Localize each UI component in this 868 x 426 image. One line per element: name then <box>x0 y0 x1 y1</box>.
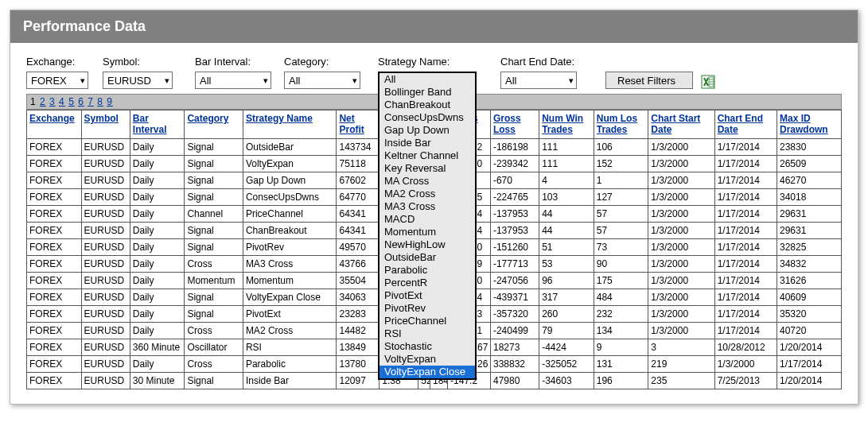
page-link[interactable]: 8 <box>97 96 103 107</box>
strategy-option[interactable]: PivotExt <box>380 289 475 302</box>
cell: 1/3/2000 <box>648 256 714 273</box>
cell: Daily <box>130 189 185 206</box>
cell: Signal <box>185 156 243 172</box>
strategy-dropdown[interactable]: AllBollinger BandChanBreakoutConsecUpsDw… <box>378 72 477 380</box>
reset-filters-button[interactable]: Reset Filters <box>605 72 693 89</box>
strategy-option[interactable]: All <box>380 73 475 86</box>
cell: 1/17/2014 <box>714 323 777 339</box>
page-link[interactable]: 5 <box>68 96 75 107</box>
cell: Daily <box>130 273 185 289</box>
col-header[interactable]: Symbol <box>81 110 130 139</box>
cell: Daily <box>130 289 185 306</box>
cell: 1/17/2014 <box>714 306 777 323</box>
page-link[interactable]: 7 <box>88 96 94 107</box>
strategy-option[interactable]: Key Reversal <box>380 162 475 175</box>
cell: FOREX <box>27 289 82 306</box>
strategy-option[interactable]: PriceChannel <box>380 315 475 327</box>
strategy-option[interactable]: PercentR <box>380 277 475 289</box>
cell: EURUSD <box>81 206 130 223</box>
strategy-option[interactable]: VoltyExpan Close <box>380 366 475 378</box>
col-header[interactable]: Net Profit <box>337 110 380 139</box>
strategy-option[interactable]: MA2 Cross <box>380 188 475 200</box>
strategy-option[interactable]: VoltyExpan <box>380 353 475 366</box>
strategy-option[interactable]: PivotRev <box>380 302 475 315</box>
exchange-select[interactable]: FOREX ▾ <box>26 72 88 89</box>
cell: EURUSD <box>81 256 130 273</box>
col-header[interactable]: Chart End Date <box>714 110 777 139</box>
cell: VoltyExpan Close <box>243 289 337 306</box>
col-header[interactable]: Max ID Drawdown <box>777 110 842 139</box>
cell: FOREX <box>27 189 82 206</box>
cell: 64770 <box>337 189 380 206</box>
chevron-down-icon: ▾ <box>165 76 169 86</box>
col-header[interactable]: Num Los Trades <box>594 110 648 139</box>
col-header[interactable]: Exchange <box>27 110 82 139</box>
col-header[interactable]: Strategy Name <box>243 110 337 139</box>
filter-chart-end: Chart End Date: All ▾ <box>500 56 605 89</box>
cell: -137953 <box>490 206 539 223</box>
cell: 106 <box>594 139 648 156</box>
cell: 51 <box>539 239 594 256</box>
strategy-option[interactable]: OutsideBar <box>380 251 475 264</box>
cell: 1/3/2000 <box>714 356 777 373</box>
cell: EURUSD <box>81 189 130 206</box>
strategy-option[interactable]: MA3 Cross <box>380 200 475 213</box>
bar-interval-select[interactable]: All ▾ <box>195 72 271 89</box>
strategy-option[interactable]: Gap Up Down <box>380 124 475 137</box>
strategy-option[interactable]: Stochastic <box>380 340 475 353</box>
col-header[interactable]: Bar Interval <box>130 110 185 139</box>
cell: 26509 <box>777 156 842 172</box>
strategy-option[interactable]: Inside Bar <box>380 137 475 149</box>
cell: 44 <box>539 223 594 239</box>
col-header[interactable]: Num Win Trades <box>539 110 594 139</box>
cell: 1/3/2000 <box>648 273 714 289</box>
strategy-option[interactable]: ConsecUpsDwns <box>380 111 475 124</box>
strategy-option[interactable]: ChanBreakout <box>380 99 475 111</box>
strategy-option[interactable]: Parabolic <box>380 264 475 277</box>
page-link[interactable]: 9 <box>107 96 113 107</box>
cell: 1/17/2014 <box>714 139 777 156</box>
strategy-option[interactable]: Momentum <box>380 226 475 238</box>
page-link[interactable]: 4 <box>59 96 65 107</box>
page-link[interactable]: 2 <box>40 96 46 107</box>
cell: Daily <box>130 139 185 156</box>
filter-category: Category: All ▾ <box>284 56 378 89</box>
cell: Gap Up Down <box>243 172 337 189</box>
cell: FOREX <box>27 172 82 189</box>
cell: Daily <box>130 356 185 373</box>
cell: 34018 <box>777 189 842 206</box>
panel-title: Performance Data <box>10 10 858 43</box>
cell: 1/20/2014 <box>777 339 842 356</box>
col-header[interactable]: Chart Start Date <box>648 110 714 139</box>
cell: Daily <box>130 206 185 223</box>
col-header[interactable]: Gross Loss <box>490 110 539 139</box>
cell: 44 <box>539 206 594 223</box>
strategy-option[interactable]: RSI <box>380 327 475 340</box>
category-select[interactable]: All ▾ <box>284 72 360 89</box>
strategy-option[interactable]: Keltner Channel <box>380 149 475 162</box>
cell: Daily <box>130 323 185 339</box>
strategy-option[interactable]: MACD <box>380 213 475 226</box>
cell: -151260 <box>490 239 539 256</box>
cell: EURUSD <box>81 306 130 323</box>
cell: 96 <box>539 273 594 289</box>
export-excel[interactable] <box>693 56 715 89</box>
symbol-select[interactable]: EURUSD ▾ <box>103 72 173 89</box>
cell: 127 <box>594 189 648 206</box>
cell: Daily <box>130 239 185 256</box>
strategy-option[interactable]: Bollinger Band <box>380 86 475 99</box>
cell: 175 <box>594 273 648 289</box>
cell: 49570 <box>337 239 380 256</box>
strategy-option[interactable]: MA Cross <box>380 175 475 188</box>
page-link[interactable]: 3 <box>49 96 56 107</box>
chart-end-select[interactable]: All ▾ <box>500 72 577 89</box>
page-link[interactable]: 6 <box>78 96 84 107</box>
cell: 134 <box>594 323 648 339</box>
cell: PivotExt <box>243 306 337 323</box>
filter-chartend-label: Chart End Date: <box>500 56 605 68</box>
cell: 79 <box>539 323 594 339</box>
cell: Daily <box>130 156 185 172</box>
cell: 29631 <box>777 206 842 223</box>
strategy-option[interactable]: NewHighLow <box>380 238 475 251</box>
col-header[interactable]: Category <box>185 110 243 139</box>
